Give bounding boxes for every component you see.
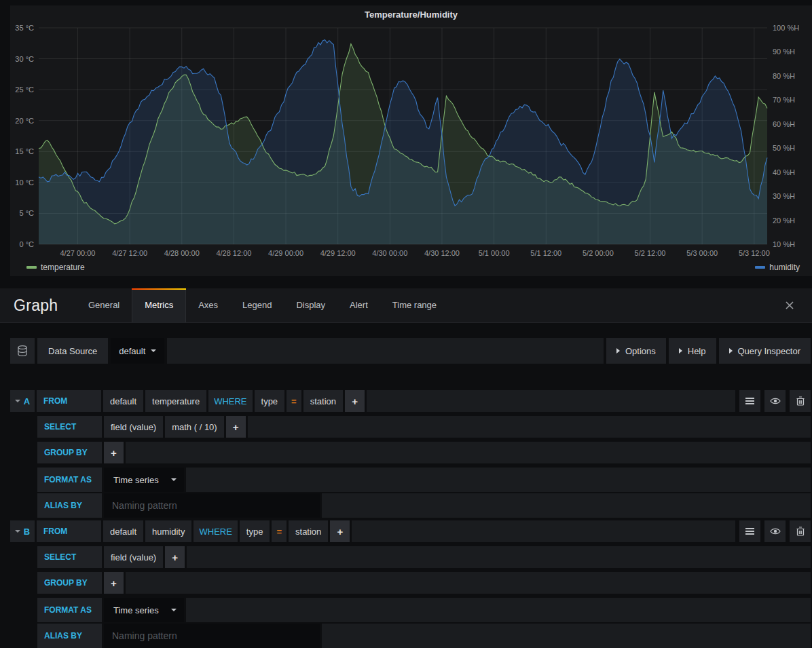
svg-text:4/29 00:00: 4/29 00:00 [268, 249, 303, 257]
collapse-caret-icon [15, 530, 20, 533]
legend-label: temperature [41, 263, 85, 272]
query-a-add-groupby-button[interactable]: + [104, 442, 124, 463]
tab-axes[interactable]: Axes [186, 288, 230, 322]
query-b-add-select-button[interactable]: + [165, 546, 185, 568]
close-editor-icon[interactable] [785, 301, 794, 310]
svg-text:90 %H: 90 %H [773, 47, 795, 56]
query-a-field-segment[interactable]: field (value) [104, 416, 163, 438]
chevron-down-icon [151, 349, 156, 352]
where-keyword-segment: WHERE [193, 520, 237, 542]
query-b-add-groupby-button[interactable]: + [104, 572, 124, 594]
query-a-format-select[interactable]: Time series [104, 468, 184, 492]
query-b-operator-segment[interactable]: = [272, 520, 287, 542]
query-inspector-button-label: Query Inspector [738, 346, 801, 356]
svg-text:4/27 00:00: 4/27 00:00 [60, 249, 95, 257]
collapse-caret-icon [15, 400, 20, 402]
tab-general[interactable]: General [76, 288, 132, 322]
query-b-from-row: B FROM default humidity WHERE type = sta… [10, 520, 811, 542]
menu-icon [745, 528, 754, 535]
svg-text:100 %H: 100 %H [773, 24, 799, 32]
query-a-collapse-toggle[interactable]: A [10, 390, 35, 412]
groupby-keyword-box: GROUP BY [37, 442, 102, 463]
query-a-add-condition-button[interactable]: + [345, 390, 365, 412]
panel-editor-tabbar: Graph General Metrics Axes Legend Displa… [0, 288, 812, 323]
query-b-format-row: FORMAT AS Time series [10, 598, 811, 622]
query-a-select-row: SELECT field (value) math ( / 10) + [10, 416, 811, 438]
chevron-right-icon [679, 348, 682, 354]
tab-legend[interactable]: Legend [230, 288, 284, 322]
format-value: Time series [113, 605, 159, 615]
query-b-alias-input[interactable] [104, 624, 320, 648]
query-a-toggle-visibility-button[interactable] [764, 390, 786, 412]
tab-alert[interactable]: Alert [337, 288, 380, 322]
query-a-add-select-button[interactable]: + [226, 416, 246, 438]
tab-display[interactable]: Display [284, 288, 337, 322]
svg-text:15 °C: 15 °C [15, 147, 34, 155]
query-a-tag-value-segment[interactable]: station [303, 390, 343, 412]
row-filler [322, 493, 811, 518]
svg-text:35 °C: 35 °C [15, 24, 34, 32]
time-series-chart[interactable]: 4/27 00:004/27 12:004/28 00:004/28 12:00… [10, 5, 812, 276]
query-b-policy-segment[interactable]: default [103, 520, 143, 542]
datasource-value: default [119, 346, 145, 356]
query-inspector-button[interactable]: Query Inspector [719, 338, 811, 364]
query-editor: A FROM default temperature WHERE type = … [10, 390, 811, 648]
datasource-label: Data Source [37, 338, 108, 364]
datasource-select[interactable]: default [111, 338, 164, 364]
svg-text:20 %H: 20 %H [773, 216, 795, 225]
query-b-menu-button[interactable] [739, 520, 760, 542]
row-filler [248, 416, 811, 438]
query-b-tag-key-segment[interactable]: type [240, 520, 270, 542]
query-b-measurement-segment[interactable]: humidity [145, 520, 191, 542]
chevron-down-icon [171, 609, 177, 611]
row-filler [186, 468, 811, 492]
query-b-select-row: SELECT field (value) + [10, 546, 811, 568]
query-a-tag-key-segment[interactable]: type [255, 390, 285, 412]
svg-text:4/30 00:00: 4/30 00:00 [372, 249, 407, 257]
query-b-add-condition-button[interactable]: + [330, 520, 350, 542]
query-b-field-segment[interactable]: field (value) [104, 546, 163, 568]
trash-icon [796, 396, 805, 406]
select-keyword: SELECT [44, 552, 76, 562]
from-keyword: FROM [43, 396, 67, 406]
alias-keyword-box: ALIAS BY [37, 624, 102, 648]
query-b-tag-value-segment[interactable]: station [289, 520, 328, 542]
eye-icon [770, 527, 781, 535]
query-a-policy-segment[interactable]: default [103, 390, 143, 412]
query-b-toggle-visibility-button[interactable] [764, 520, 786, 542]
legend-item-temperature[interactable]: temperature [26, 263, 85, 272]
query-b-delete-button[interactable] [790, 520, 811, 542]
row-filler [367, 390, 735, 412]
tab-metrics[interactable]: Metrics [132, 288, 186, 322]
row-filler [126, 442, 811, 463]
query-a-delete-button[interactable] [790, 390, 811, 412]
chevron-right-icon [616, 348, 620, 354]
svg-text:5/3 12:00: 5/3 12:00 [739, 249, 770, 257]
svg-text:5 °C: 5 °C [19, 209, 34, 217]
query-a-format-row: FORMAT AS Time series [10, 468, 811, 492]
alias-keyword: ALIAS BY [44, 631, 82, 641]
query-a-operator-segment[interactable]: = [287, 390, 301, 412]
options-button-label: Options [625, 346, 656, 356]
query-b-collapse-toggle[interactable]: B [10, 520, 35, 542]
query-a-math-segment[interactable]: math ( / 10) [165, 416, 223, 438]
svg-text:70 %H: 70 %H [773, 96, 795, 104]
query-b-alias-row: ALIAS BY [10, 624, 811, 648]
format-keyword: FORMAT AS [44, 475, 92, 484]
where-keyword-segment: WHERE [208, 390, 252, 412]
query-a-alias-input[interactable] [104, 493, 320, 518]
select-keyword-box: SELECT [37, 416, 102, 438]
alias-keyword-box: ALIAS BY [37, 493, 102, 518]
legend-item-humidity[interactable]: humidity [755, 263, 800, 272]
format-keyword-box: FORMAT AS [37, 598, 102, 622]
help-button[interactable]: Help [669, 338, 716, 364]
menu-icon [745, 398, 754, 404]
options-button[interactable]: Options [606, 338, 666, 364]
svg-text:4/28 00:00: 4/28 00:00 [164, 249, 200, 257]
query-letter: A [24, 396, 30, 406]
query-a-menu-button[interactable] [739, 390, 760, 412]
svg-text:10 %H: 10 %H [773, 240, 795, 248]
query-a-measurement-segment[interactable]: temperature [145, 390, 206, 412]
query-b-format-select[interactable]: Time series [104, 598, 184, 622]
tab-time-range[interactable]: Time range [380, 288, 449, 322]
